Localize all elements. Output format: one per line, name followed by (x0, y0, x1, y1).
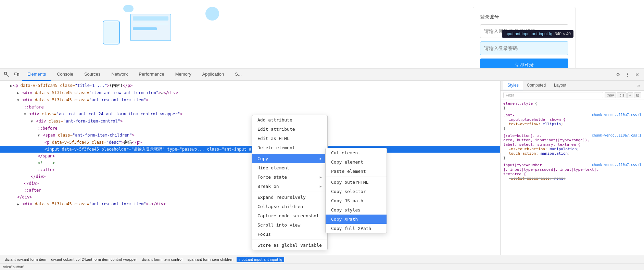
filter-toggle-button[interactable]: ⊡ (634, 92, 641, 98)
html-line: ▶ <div data-v-5f3fca45 class="item ant-r… (0, 89, 500, 97)
style-rule-element: element.style { } (503, 101, 641, 110)
device-icon[interactable] (12, 70, 21, 79)
context-menu: Add attribute Edit attribute Edit as HTM… (252, 115, 328, 250)
styles-tabs: Styles Computed Layout » (501, 81, 644, 91)
context-menu-separator-3 (252, 240, 327, 240)
filter-hov-button[interactable]: :hov (605, 92, 616, 98)
tab-sources[interactable]: Sources (79, 68, 106, 81)
submenu-copy-element[interactable]: Copy element (326, 157, 387, 167)
close-devtools-icon[interactable]: ✕ (633, 70, 641, 79)
html-line: ▼ <div data-v-5f3fca45 class="ant-row an… (0, 97, 500, 104)
tab-elements[interactable]: Elements (22, 68, 51, 81)
tab-memory[interactable]: Memory (170, 68, 197, 81)
context-menu-store-global[interactable]: Store as global variable (252, 241, 327, 250)
context-menu-collapse-children[interactable]: Collapse children (252, 202, 327, 211)
style-selector: element.style { (503, 101, 641, 106)
filter-add-button[interactable]: + (627, 92, 633, 98)
style-prop-touch: touch-action: manipulation; (503, 151, 641, 156)
breadcrumb-div-control[interactable]: div.ant-form-item-control (140, 257, 184, 262)
context-menu-capture-screenshot[interactable]: Capture node screenshot (252, 211, 327, 220)
cloud-icon (123, 5, 134, 12)
tab-security[interactable]: S... (229, 68, 247, 81)
html-line: ::after (0, 187, 500, 194)
style-link-2[interactable]: chunk-vendo..110a7.css:1 (592, 133, 642, 137)
copy-submenu: Cut element Copy element Paste element C… (325, 148, 387, 233)
context-menu-force-state[interactable]: Force state ▶ (252, 172, 327, 182)
inspect-icon[interactable] (3, 70, 11, 79)
styles-tab-computed[interactable]: Computed (523, 81, 550, 90)
tooltip-size: 340 × 40 (554, 31, 571, 36)
context-menu-edit-attribute[interactable]: Edit attribute (252, 125, 327, 134)
submenu-cut-element[interactable]: Cut element (326, 148, 387, 157)
styles-panel: Styles Computed Layout » :hov .cls + ⊡ e… (500, 81, 644, 255)
style-close: } (503, 106, 641, 110)
devtools-panel: Elements Console Sources Network Perform… (0, 68, 644, 270)
tab-network[interactable]: Network (106, 68, 134, 81)
styles-tab-styles[interactable]: Styles (503, 81, 523, 90)
html-line: </div> (0, 194, 500, 201)
context-menu-focus[interactable]: Focus (252, 230, 327, 239)
submenu-paste-element[interactable]: Paste element (326, 167, 387, 176)
context-menu-hide-element[interactable]: Hide element (252, 163, 327, 172)
more-options-icon[interactable]: ⋮ (623, 70, 632, 79)
context-menu-edit-html[interactable]: Edit as HTML (252, 134, 327, 143)
copy-label: Copy (257, 156, 268, 161)
breadcrumb-span-children[interactable]: span.ant-form-item-children (185, 257, 236, 262)
submenu-copy-outerhtml[interactable]: Copy outerHTML (326, 178, 387, 187)
submenu-copy-styles[interactable]: Copy styles (326, 205, 387, 215)
breadcrumb-div-control-wrapper[interactable]: div.ant-col.ant-col-24.ant-form-item-con… (49, 257, 139, 262)
preview-area: 登录账号 立即登录 input.ant-input.ant-input-lg 3… (0, 0, 644, 68)
styles-content: element.style { } .ant- chunk-vendo..110… (501, 100, 644, 255)
html-line: ::after (0, 166, 500, 173)
html-line: </div> (0, 173, 500, 180)
toolbar-right: ⚙ ⋮ ✕ (614, 70, 641, 79)
style-link-1[interactable]: chunk-vendo..110a7.css:1 (592, 113, 642, 117)
devtools-toolbar: Elements Console Sources Network Perform… (0, 68, 644, 81)
password-input[interactable] (480, 41, 568, 55)
styles-tab-layout[interactable]: Layout (550, 81, 570, 90)
styles-more-icon[interactable]: » (636, 81, 641, 90)
login-form-preview: 登录账号 立即登录 (473, 7, 576, 68)
submenu-copy-xpath[interactable]: Copy XPath (326, 215, 387, 224)
html-line: ▶ <div data-v-5f3fca45 class="ant-row an… (0, 201, 500, 208)
element-tooltip: input.ant-input.ant-input-lg 340 × 40 (502, 30, 573, 38)
force-state-arrow: ▶ (320, 175, 322, 179)
settings-icon[interactable]: ⚙ (614, 70, 622, 79)
context-menu-delete-element[interactable]: Delete element (252, 143, 327, 152)
break-on-label: Break on (257, 184, 279, 189)
tooltip-tag: input.ant-input.ant-input-lg (505, 31, 552, 36)
style-selector-role-cont2: label, select, summary, textarea { (503, 142, 641, 147)
style-prop-placeholder: input:placeholder-shown { (503, 117, 641, 122)
context-menu-copy[interactable]: Copy ▶ (252, 154, 327, 163)
devtools-content: ▶<p data-v-5f3fca45 class="title-1 ...">… (0, 81, 644, 255)
context-menu-break-on[interactable]: Break on ▶ (252, 182, 327, 191)
style-rule-input: input[type=number chunk-vendo..110a7.css… (503, 163, 641, 181)
styles-filter-input[interactable] (503, 92, 603, 98)
style-link-3[interactable]: chunk-vendo..110a7.css:1 (592, 163, 642, 167)
html-line: </span> (0, 153, 500, 159)
submenu-copy-full-xpath[interactable]: Copy full XPath (326, 224, 387, 233)
tab-performance[interactable]: Performance (133, 68, 169, 81)
context-menu-separator-2 (252, 192, 327, 192)
context-menu-add-attribute[interactable]: Add attribute (252, 115, 327, 125)
style-selector-role-cont: area, button, input:not([type=range]), (503, 138, 641, 142)
context-menu-scroll-into-view[interactable]: Scroll into view (252, 220, 327, 230)
filter-cls-button[interactable]: .cls (617, 92, 627, 98)
html-line: ▶<p data-v-5f3fca45 class="title-1 ...">… (0, 82, 500, 89)
breadcrumb-div-form-item[interactable]: div.ant-row.ant-form-item (3, 257, 48, 262)
html-line: ▼ <div class="ant-col ant-col-24 ant-for… (0, 111, 500, 118)
login-button[interactable]: 立即登录 (480, 59, 568, 68)
submenu-copy-js-path[interactable]: Copy JS path (326, 196, 387, 205)
style-selector-input-cont2: textarea { (503, 172, 641, 176)
tab-application[interactable]: Application (197, 68, 230, 81)
style-selector-ant: .ant- chunk-vendo..110a7.css:1 (503, 113, 641, 117)
submenu-copy-selector[interactable]: Copy selector (326, 187, 387, 196)
phone-shape (103, 21, 120, 44)
tab-console[interactable]: Console (51, 68, 79, 81)
copy-arrow: ▶ (320, 157, 322, 160)
login-title: 登录账号 (480, 14, 568, 20)
breadcrumb-input-active[interactable]: input.ant-input.ant-input-lg (237, 257, 285, 262)
context-menu-expand-recursively[interactable]: Expand recursively (252, 193, 327, 202)
style-close-ant: } (503, 126, 641, 131)
style-selector-input-cont: ], input[type=password], input[type=text… (503, 167, 641, 172)
